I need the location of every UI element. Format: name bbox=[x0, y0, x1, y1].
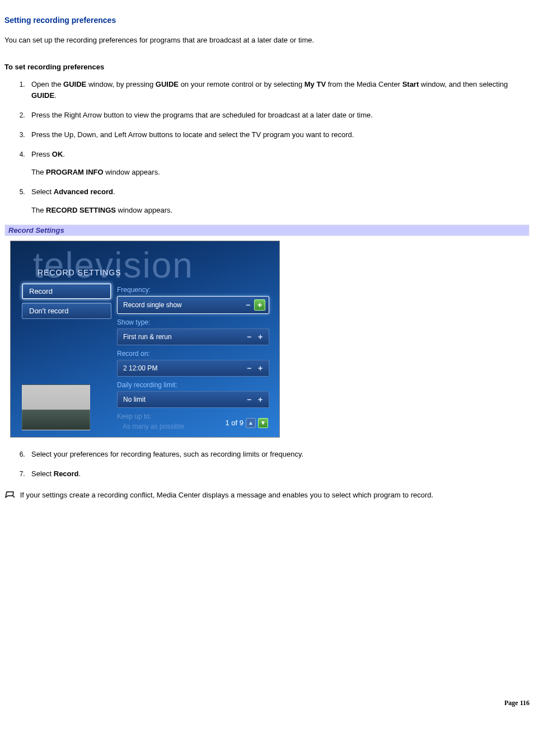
frequency-row[interactable]: Record single show − + bbox=[117, 296, 269, 314]
minus-icon[interactable]: − bbox=[244, 332, 254, 342]
dailylimit-label: Daily recording limit: bbox=[117, 381, 269, 389]
procedure-heading: To set recording preferences bbox=[4, 63, 530, 71]
page-title: Setting recording preferences bbox=[4, 16, 530, 25]
step-5: Select Advanced record. The RECORD SETTI… bbox=[27, 186, 530, 217]
showtype-row[interactable]: First run & rerun − + bbox=[117, 328, 269, 345]
record-button[interactable]: Record bbox=[22, 283, 111, 299]
preview-thumbnail bbox=[22, 384, 90, 430]
watermark-text: television bbox=[33, 245, 194, 286]
step-3: Press the Up, Down, and Left Arrow butto… bbox=[27, 129, 530, 141]
recordon-row[interactable]: 2 12:00 PM − + bbox=[117, 360, 269, 377]
settings-list: Frequency: Record single show − + Show t… bbox=[117, 281, 269, 430]
minus-icon[interactable]: − bbox=[244, 363, 254, 373]
plus-icon[interactable]: + bbox=[255, 363, 265, 373]
note-icon bbox=[4, 490, 16, 503]
step-2: Press the Right Arrow button to view the… bbox=[27, 110, 530, 121]
minus-icon[interactable]: − bbox=[243, 300, 253, 310]
intro-paragraph: You can set up the recording preferences… bbox=[4, 35, 530, 46]
recordon-label: Record on: bbox=[117, 350, 269, 358]
minus-icon[interactable]: − bbox=[244, 395, 254, 405]
page-number: Page 116 bbox=[4, 699, 530, 707]
step-5-note: The RECORD SETTINGS window appears. bbox=[31, 205, 530, 217]
steps-list: Open the GUIDE window, by pressing GUIDE… bbox=[4, 79, 530, 217]
figure-caption: Record Settings bbox=[4, 224, 530, 236]
record-settings-title: RECORD SETTINGS bbox=[38, 268, 121, 277]
page-down-icon[interactable]: ▼ bbox=[258, 418, 268, 428]
steps-list-cont: Select your preferences for recording fe… bbox=[4, 449, 530, 480]
frequency-label: Frequency: bbox=[117, 286, 269, 294]
record-settings-screenshot: television RECORD SETTINGS Record Don't … bbox=[10, 241, 530, 438]
page-up-icon[interactable]: ▲ bbox=[246, 418, 256, 428]
step-4-note: The PROGRAM INFO window appears. bbox=[31, 167, 530, 179]
plus-icon[interactable]: + bbox=[255, 395, 265, 405]
step-7: Select Record. bbox=[27, 468, 530, 480]
pager: 1 of 9 ▲ ▼ bbox=[225, 418, 268, 428]
dont-record-button[interactable]: Don't record bbox=[22, 303, 111, 319]
dailylimit-row[interactable]: No limit − + bbox=[117, 391, 269, 408]
showtype-label: Show type: bbox=[117, 318, 269, 326]
plus-icon[interactable]: + bbox=[254, 299, 265, 311]
step-4: Press OK. The PROGRAM INFO window appear… bbox=[27, 149, 530, 179]
note-paragraph: If your settings create a recording conf… bbox=[4, 490, 530, 503]
step-1: Open the GUIDE window, by pressing GUIDE… bbox=[27, 79, 530, 102]
plus-icon[interactable]: + bbox=[255, 332, 265, 342]
step-6: Select your preferences for recording fe… bbox=[27, 449, 530, 461]
